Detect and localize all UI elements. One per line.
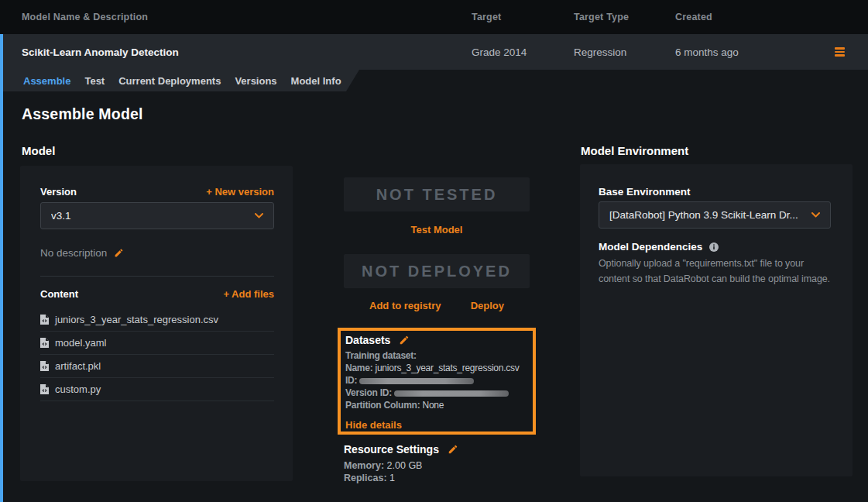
dataset-version-id-label: Version ID: [345, 387, 392, 398]
file-name: custom.py [55, 383, 101, 395]
file-row[interactable]: custom.py [40, 378, 274, 401]
datasets-section: Datasets Training dataset: Name: juniors… [338, 328, 536, 435]
memory-value: 2.00 GB [387, 460, 423, 471]
base-environment-value: [DataRobot] Python 3.9 Scikit-Learn Dr..… [609, 209, 798, 221]
content-file-list: juniors_3_year_stats_regression.csv mode… [40, 308, 274, 401]
resource-settings-heading: Resource Settings [344, 443, 439, 456]
column-model-name: Model Name & Description [22, 0, 148, 34]
base-environment-select[interactable]: [DataRobot] Python 3.9 Scikit-Learn Dr..… [599, 201, 831, 229]
datasets-heading: Datasets [345, 334, 390, 346]
hide-details-link[interactable]: Hide details [345, 419, 402, 431]
add-files-button[interactable]: + Add files [223, 288, 274, 300]
tab-model-info[interactable]: Model Info [291, 75, 341, 87]
file-code-icon [40, 361, 49, 371]
column-target: Target [472, 0, 501, 34]
row-menu-icon[interactable] [835, 47, 845, 57]
replicas-value: 1 [389, 473, 395, 483]
chevron-down-icon [255, 213, 263, 218]
memory-label: Memory: [344, 460, 384, 471]
tab-test[interactable]: Test [84, 75, 105, 87]
tab-assemble[interactable]: Assemble [23, 75, 70, 87]
test-model-link[interactable]: Test Model [411, 224, 463, 236]
file-code-icon [40, 338, 49, 348]
edit-resource-settings-pencil-icon[interactable] [448, 444, 458, 455]
file-row[interactable]: juniors_3_year_stats_regression.csv [40, 308, 274, 332]
info-icon[interactable] [709, 242, 719, 252]
edit-datasets-pencil-icon[interactable] [399, 335, 410, 346]
dataset-version-id-redacted [394, 390, 509, 397]
new-version-button[interactable]: + New version [206, 186, 274, 198]
dataset-name-label: Name: [345, 363, 372, 373]
partition-column-label: Partition Column: [345, 400, 420, 411]
base-environment-label: Base Environment [599, 186, 691, 198]
model-section-heading: Model [22, 144, 55, 157]
dataset-id-label: ID: [345, 375, 357, 386]
dataset-id-redacted [359, 378, 474, 384]
page-title: Assemble Model [22, 105, 143, 123]
tab-versions[interactable]: Versions [235, 75, 276, 87]
replicas-label: Replicas: [344, 473, 387, 483]
dataset-name-value: juniors_3_year_stats_regression.csv [376, 363, 520, 373]
file-name: juniors_3_year_stats_regression.csv [55, 314, 218, 325]
model-created: 6 months ago [675, 34, 739, 70]
not-deployed-banner: NOT DEPLOYED [344, 254, 530, 288]
chevron-down-icon [811, 212, 820, 218]
file-code-icon [40, 384, 49, 394]
model-environment-panel: Base Environment [DataRobot] Python 3.9 … [580, 164, 853, 476]
add-to-registry-link[interactable]: Add to registry [369, 300, 441, 311]
file-name: model.yaml [55, 337, 106, 349]
model-panel: Version + New version v3.1 No descriptio… [20, 166, 293, 481]
version-label: Version [40, 186, 77, 198]
version-select-value: v3.1 [51, 210, 71, 222]
file-row[interactable]: artifact.pkl [40, 355, 274, 378]
dependencies-help-text: Optionally upload a "requirements.txt" f… [599, 256, 835, 287]
model-dependencies-label: Model Dependencies [599, 241, 702, 253]
column-target-type: Target Type [574, 0, 629, 34]
selected-row-indicator [0, 34, 3, 502]
tab-current-deployments[interactable]: Current Deployments [118, 75, 221, 87]
model-row[interactable]: Scikit-Learn Anomaly Detection Grade 201… [0, 34, 868, 70]
file-name: artifact.pkl [55, 360, 101, 372]
deploy-link[interactable]: Deploy [471, 300, 504, 311]
partition-column-value: None [423, 400, 444, 411]
panel-divider [40, 276, 274, 277]
version-select[interactable]: v3.1 [40, 202, 274, 229]
content-label: Content [40, 288, 78, 300]
file-code-icon [40, 315, 49, 325]
not-tested-banner: NOT TESTED [344, 177, 530, 211]
file-row[interactable]: model.yaml [40, 332, 274, 355]
environment-section-heading: Model Environment [581, 144, 688, 157]
training-dataset-label: Training dataset: [345, 350, 417, 361]
model-name: Scikit-Learn Anomaly Detection [22, 34, 179, 70]
models-table-header: Model Name & Description Target Target T… [0, 0, 868, 34]
model-target: Grade 2014 [472, 34, 527, 70]
column-created: Created [675, 0, 712, 34]
model-target-type: Regression [574, 34, 626, 70]
no-description-text: No description [40, 247, 107, 259]
edit-description-pencil-icon[interactable] [114, 248, 124, 258]
model-tabs: Assemble Test Current Deployments Versio… [0, 70, 359, 91]
